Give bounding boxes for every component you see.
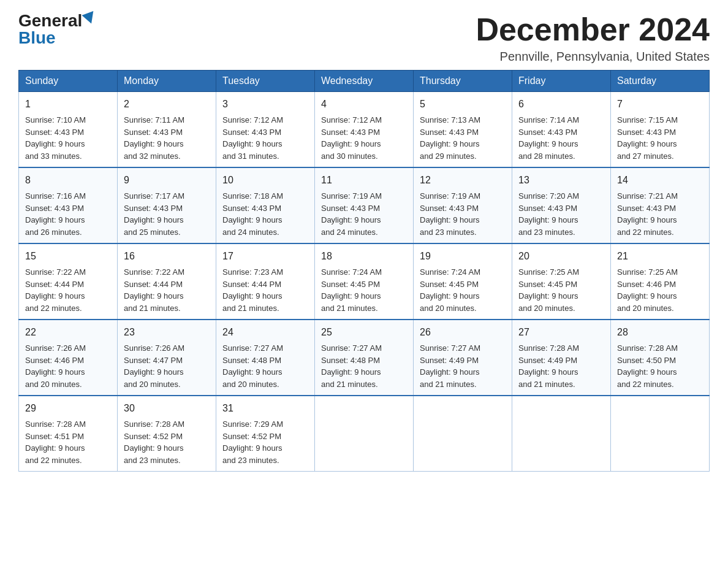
calendar-cell: 18 Sunrise: 7:24 AMSunset: 4:45 PMDaylig… <box>315 243 414 320</box>
calendar-cell: 2 Sunrise: 7:11 AMSunset: 4:43 PMDayligh… <box>118 92 216 168</box>
calendar-cell <box>315 396 414 472</box>
calendar-cell <box>512 396 611 472</box>
header-wednesday: Wednesday <box>315 71 414 92</box>
calendar-cell: 15 Sunrise: 7:22 AMSunset: 4:44 PMDaylig… <box>19 243 118 320</box>
calendar-cell <box>414 396 512 472</box>
calendar-cell: 19 Sunrise: 7:24 AMSunset: 4:45 PMDaylig… <box>414 243 512 320</box>
day-info: Sunrise: 7:12 AMSunset: 4:43 PMDaylight:… <box>321 115 382 161</box>
calendar-cell: 17 Sunrise: 7:23 AMSunset: 4:44 PMDaylig… <box>216 243 315 320</box>
week-row-4: 22 Sunrise: 7:26 AMSunset: 4:46 PMDaylig… <box>19 320 710 396</box>
day-number: 15 <box>25 249 111 264</box>
day-info: Sunrise: 7:26 AMSunset: 4:46 PMDaylight:… <box>25 343 86 389</box>
day-number: 6 <box>518 97 604 112</box>
day-info: Sunrise: 7:17 AMSunset: 4:43 PMDaylight:… <box>124 191 184 237</box>
calendar-cell: 23 Sunrise: 7:26 AMSunset: 4:47 PMDaylig… <box>118 320 216 396</box>
day-info: Sunrise: 7:28 AMSunset: 4:51 PMDaylight:… <box>25 419 86 465</box>
day-number: 8 <box>25 173 111 188</box>
header-sunday: Sunday <box>19 71 118 92</box>
calendar-cell: 9 Sunrise: 7:17 AMSunset: 4:43 PMDayligh… <box>118 167 216 243</box>
week-row-5: 29 Sunrise: 7:28 AMSunset: 4:51 PMDaylig… <box>19 396 710 472</box>
day-number: 21 <box>617 249 703 264</box>
day-info: Sunrise: 7:27 AMSunset: 4:49 PMDaylight:… <box>420 343 480 389</box>
day-info: Sunrise: 7:26 AMSunset: 4:47 PMDaylight:… <box>124 343 184 389</box>
header-saturday: Saturday <box>611 71 710 92</box>
calendar-cell: 6 Sunrise: 7:14 AMSunset: 4:43 PMDayligh… <box>512 92 611 168</box>
logo-blue: Blue <box>18 28 56 47</box>
day-number: 29 <box>25 401 111 416</box>
title-section: December 2024 Pennville, Pennsylvania, U… <box>476 12 710 64</box>
day-info: Sunrise: 7:13 AMSunset: 4:43 PMDaylight:… <box>420 115 480 161</box>
day-info: Sunrise: 7:25 AMSunset: 4:46 PMDaylight:… <box>617 267 678 313</box>
logo-general: General <box>18 12 82 29</box>
calendar-cell: 12 Sunrise: 7:19 AMSunset: 4:43 PMDaylig… <box>414 167 512 243</box>
header-tuesday: Tuesday <box>216 71 315 92</box>
day-info: Sunrise: 7:24 AMSunset: 4:45 PMDaylight:… <box>321 267 382 313</box>
week-row-2: 8 Sunrise: 7:16 AMSunset: 4:43 PMDayligh… <box>19 167 710 243</box>
calendar-cell: 27 Sunrise: 7:28 AMSunset: 4:49 PMDaylig… <box>512 320 611 396</box>
calendar-cell: 26 Sunrise: 7:27 AMSunset: 4:49 PMDaylig… <box>414 320 512 396</box>
calendar-cell: 21 Sunrise: 7:25 AMSunset: 4:46 PMDaylig… <box>611 243 710 320</box>
day-info: Sunrise: 7:15 AMSunset: 4:43 PMDaylight:… <box>617 115 678 161</box>
day-number: 25 <box>321 325 407 340</box>
day-number: 24 <box>222 325 308 340</box>
day-info: Sunrise: 7:28 AMSunset: 4:49 PMDaylight:… <box>518 343 579 389</box>
day-number: 3 <box>222 97 308 112</box>
day-info: Sunrise: 7:29 AMSunset: 4:52 PMDaylight:… <box>222 419 283 465</box>
day-info: Sunrise: 7:27 AMSunset: 4:48 PMDaylight:… <box>321 343 382 389</box>
header-thursday: Thursday <box>414 71 512 92</box>
day-info: Sunrise: 7:11 AMSunset: 4:43 PMDaylight:… <box>124 115 184 161</box>
logo-triangle-icon <box>82 11 97 26</box>
day-number: 1 <box>25 97 111 112</box>
day-number: 10 <box>222 173 308 188</box>
calendar-cell: 1 Sunrise: 7:10 AMSunset: 4:43 PMDayligh… <box>19 92 118 168</box>
day-number: 18 <box>321 249 407 264</box>
calendar-cell: 8 Sunrise: 7:16 AMSunset: 4:43 PMDayligh… <box>19 167 118 243</box>
day-number: 11 <box>321 173 407 188</box>
day-number: 20 <box>518 249 604 264</box>
day-info: Sunrise: 7:20 AMSunset: 4:43 PMDaylight:… <box>518 191 579 237</box>
day-info: Sunrise: 7:25 AMSunset: 4:45 PMDaylight:… <box>518 267 579 313</box>
calendar-table: Sunday Monday Tuesday Wednesday Thursday… <box>18 70 710 472</box>
day-number: 12 <box>420 173 506 188</box>
day-number: 5 <box>420 97 506 112</box>
calendar-cell: 3 Sunrise: 7:12 AMSunset: 4:43 PMDayligh… <box>216 92 315 168</box>
day-number: 26 <box>420 325 506 340</box>
calendar-cell: 13 Sunrise: 7:20 AMSunset: 4:43 PMDaylig… <box>512 167 611 243</box>
page-header: General Blue December 2024 Pennville, Pe… <box>18 12 710 64</box>
day-info: Sunrise: 7:22 AMSunset: 4:44 PMDaylight:… <box>124 267 184 313</box>
calendar-cell: 28 Sunrise: 7:28 AMSunset: 4:50 PMDaylig… <box>611 320 710 396</box>
calendar-cell: 30 Sunrise: 7:28 AMSunset: 4:52 PMDaylig… <box>118 396 216 472</box>
location-title: Pennville, Pennsylvania, United States <box>476 50 710 64</box>
calendar-cell: 31 Sunrise: 7:29 AMSunset: 4:52 PMDaylig… <box>216 396 315 472</box>
week-row-1: 1 Sunrise: 7:10 AMSunset: 4:43 PMDayligh… <box>19 92 710 168</box>
calendar-cell <box>611 396 710 472</box>
day-info: Sunrise: 7:14 AMSunset: 4:43 PMDaylight:… <box>518 115 579 161</box>
header-row: Sunday Monday Tuesday Wednesday Thursday… <box>19 71 710 92</box>
day-number: 13 <box>518 173 604 188</box>
day-number: 2 <box>124 97 210 112</box>
day-number: 4 <box>321 97 407 112</box>
day-info: Sunrise: 7:12 AMSunset: 4:43 PMDaylight:… <box>222 115 283 161</box>
calendar-cell: 29 Sunrise: 7:28 AMSunset: 4:51 PMDaylig… <box>19 396 118 472</box>
calendar-cell: 10 Sunrise: 7:18 AMSunset: 4:43 PMDaylig… <box>216 167 315 243</box>
day-number: 30 <box>124 401 210 416</box>
day-info: Sunrise: 7:18 AMSunset: 4:43 PMDaylight:… <box>222 191 283 237</box>
calendar-cell: 7 Sunrise: 7:15 AMSunset: 4:43 PMDayligh… <box>611 92 710 168</box>
calendar-cell: 22 Sunrise: 7:26 AMSunset: 4:46 PMDaylig… <box>19 320 118 396</box>
day-info: Sunrise: 7:28 AMSunset: 4:50 PMDaylight:… <box>617 343 678 389</box>
header-friday: Friday <box>512 71 611 92</box>
day-number: 9 <box>124 173 210 188</box>
day-number: 27 <box>518 325 604 340</box>
day-number: 17 <box>222 249 308 264</box>
day-info: Sunrise: 7:19 AMSunset: 4:43 PMDaylight:… <box>321 191 382 237</box>
logo: General Blue <box>18 12 96 47</box>
day-info: Sunrise: 7:24 AMSunset: 4:45 PMDaylight:… <box>420 267 480 313</box>
calendar-cell: 24 Sunrise: 7:27 AMSunset: 4:48 PMDaylig… <box>216 320 315 396</box>
day-number: 14 <box>617 173 703 188</box>
day-number: 7 <box>617 97 703 112</box>
calendar-cell: 16 Sunrise: 7:22 AMSunset: 4:44 PMDaylig… <box>118 243 216 320</box>
day-info: Sunrise: 7:27 AMSunset: 4:48 PMDaylight:… <box>222 343 283 389</box>
calendar-cell: 5 Sunrise: 7:13 AMSunset: 4:43 PMDayligh… <box>414 92 512 168</box>
month-title: December 2024 <box>476 12 710 47</box>
day-info: Sunrise: 7:21 AMSunset: 4:43 PMDaylight:… <box>617 191 678 237</box>
